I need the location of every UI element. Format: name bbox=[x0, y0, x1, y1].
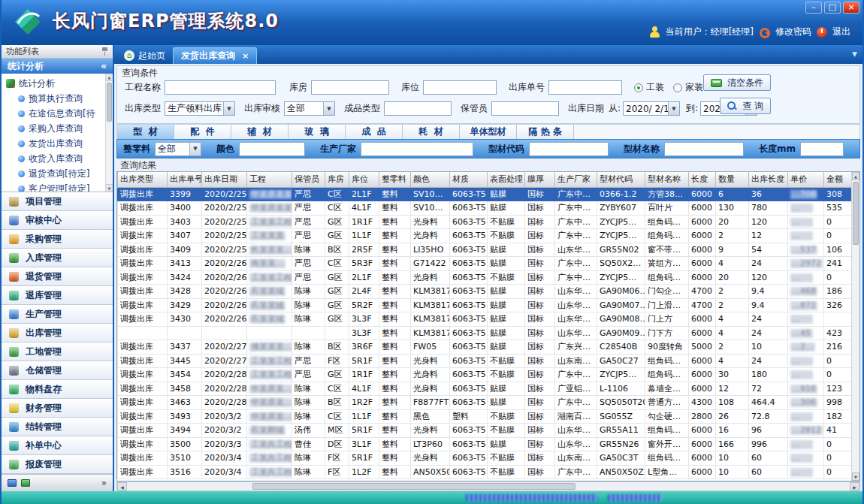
column-header[interactable]: 颜色 bbox=[411, 172, 450, 187]
column-header[interactable]: 材质 bbox=[450, 172, 488, 187]
logout-button[interactable]: 退出 bbox=[832, 26, 850, 38]
tab-close-icon[interactable]: × bbox=[242, 51, 249, 61]
tree-root-statistics[interactable]: 统计分析 bbox=[6, 76, 102, 91]
sidebar-section-statistics[interactable]: 统计分析 « bbox=[2, 59, 113, 74]
table-row[interactable]: 调拨出库35162020/3/4工某共工程陈琳F区1L2F整料AN50X5026… bbox=[118, 465, 858, 479]
scroll-left-icon[interactable]: ◀ bbox=[117, 482, 127, 490]
radio-jiazhuang[interactable] bbox=[673, 83, 682, 92]
order-no-input[interactable] bbox=[548, 80, 622, 95]
sidebar-module[interactable]: 结转管理 bbox=[2, 418, 113, 436]
tree-item[interactable]: 发货出库查询 bbox=[6, 136, 102, 151]
scroll-up-icon[interactable]: ▲ bbox=[852, 172, 859, 180]
sidebar-module[interactable]: 报废管理 bbox=[2, 455, 113, 474]
scroll-up-icon[interactable]: ▲ bbox=[106, 74, 113, 81]
column-header[interactable]: 出库类型 bbox=[118, 172, 168, 187]
radio-gongzhuang[interactable] bbox=[634, 83, 643, 92]
audit-select[interactable]: 全部▼ bbox=[284, 101, 335, 116]
table-row[interactable]: 调拨出库34942020/3/2石某辉城汤伟M区5R1F整料光身料6063-T5… bbox=[118, 424, 858, 438]
table-row[interactable]: 调拨出库34632020/2/28华某原某…陈琳B区1R2F整料F8877FT6… bbox=[118, 396, 858, 410]
profile-code-input[interactable] bbox=[529, 142, 609, 156]
warehouse-input[interactable] bbox=[311, 80, 389, 95]
table-row[interactable]: 调拨出库34242020/2/26工某某工程严思G区2L1F整料光身料6063-… bbox=[118, 270, 858, 285]
scroll-down-icon[interactable]: ▼ bbox=[106, 184, 113, 192]
project-name-input[interactable] bbox=[165, 80, 276, 95]
sidebar-module[interactable]: 入库管理 bbox=[2, 249, 113, 267]
column-header[interactable]: 数量 bbox=[716, 172, 749, 187]
material-tab[interactable]: 单体型材 bbox=[460, 125, 517, 139]
table-row[interactable]: 调拨出库34582020/2/28华某原某…陈琳C区4L1F整料光身料6063-… bbox=[118, 382, 858, 396]
tab-home[interactable]: ⌂ 起始页 bbox=[116, 47, 173, 64]
material-tab[interactable]: 玻 璃 bbox=[289, 125, 346, 139]
tree-item[interactable]: 收货入库查询 bbox=[6, 151, 102, 166]
sidebar-module[interactable]: 采购管理 bbox=[2, 230, 113, 249]
column-header[interactable]: 长度 bbox=[689, 172, 716, 187]
sidebar-module[interactable]: 退库管理 bbox=[2, 286, 113, 305]
table-row[interactable]: 调拨出库34452020/2/27工某某工程严思F区5R1F整料光身料6063-… bbox=[118, 354, 858, 368]
table-row[interactable]: 调拨出库34372020/2/27佛某某某…陈琳B区3R6F整料FW056063… bbox=[118, 340, 858, 355]
sidebar-module[interactable]: 补单中心 bbox=[2, 436, 113, 455]
sidebar-module[interactable]: 退货管理 bbox=[2, 267, 113, 286]
column-header[interactable]: 出库单号 bbox=[168, 172, 202, 187]
material-tab[interactable]: 耗 材 bbox=[403, 125, 460, 139]
close-button[interactable]: × bbox=[843, 2, 859, 14]
column-header[interactable]: 表面处理 bbox=[488, 172, 525, 187]
material-tab[interactable]: 配 件 bbox=[174, 125, 231, 139]
table-row[interactable]: 调拨出库33992020/2/25华某原某某严思C区2L1F整料SV10…606… bbox=[118, 187, 858, 201]
column-header[interactable]: 保管员 bbox=[292, 172, 325, 187]
column-header[interactable]: 生产厂家 bbox=[555, 172, 597, 187]
location-input[interactable] bbox=[423, 80, 497, 95]
material-tab[interactable]: 型 材 bbox=[117, 125, 174, 139]
chevron-right-icon[interactable]: » bbox=[101, 478, 107, 488]
sidebar-module[interactable]: 工地管理 bbox=[2, 343, 113, 361]
date-from-select[interactable]: 2020/ 2/16▼ bbox=[623, 101, 680, 116]
vertical-scroll-thumb[interactable] bbox=[853, 182, 859, 245]
table-row[interactable]: 调拨出库34072020/2/25工某某某严思G区1L1F整料光身料6063-T… bbox=[118, 229, 858, 243]
table-row[interactable]: 调拨出库34132020/2/26南某某…严思C区5R3F整料G71422606… bbox=[118, 257, 858, 271]
column-header[interactable]: 出库日期 bbox=[202, 172, 247, 187]
column-header[interactable]: 型材代码 bbox=[597, 172, 645, 187]
chart-icon[interactable] bbox=[21, 479, 30, 487]
column-header[interactable]: 型材名称 bbox=[645, 172, 689, 187]
color-input[interactable] bbox=[239, 142, 305, 156]
clear-conditions-button[interactable]: 清空条件 bbox=[703, 74, 771, 91]
table-row[interactable]: 调拨出库34292020/2/26石某某城陈琳G区5R2F整料KLM381760… bbox=[118, 298, 858, 312]
table-row[interactable]: 调拨出库34282020/2/26石某某城陈琳G区2L4F整料KLM381760… bbox=[118, 285, 858, 299]
tree-item[interactable]: 采购入库查询 bbox=[6, 121, 102, 136]
column-header[interactable]: 出库长度 bbox=[749, 172, 788, 187]
length-input[interactable] bbox=[800, 142, 844, 156]
tree-scroll-thumb[interactable] bbox=[107, 83, 112, 122]
column-header[interactable]: 单价 bbox=[788, 172, 824, 187]
change-password-link[interactable]: 修改密码 bbox=[775, 26, 811, 38]
table-row[interactable]: 调拨出库34002020/2/25华某原某某严思C区4L1F整料SV10…606… bbox=[118, 201, 858, 216]
vertical-scrollbar[interactable]: ▲ ▼ bbox=[851, 172, 859, 481]
material-tab[interactable]: 辅 材 bbox=[231, 125, 289, 139]
tree-scrollbar[interactable]: ▲ ▼ bbox=[105, 74, 113, 192]
table-row[interactable]: 调拨出库34092020/2/25长某某某…陈琳B区2R5F整料LI35HO60… bbox=[118, 243, 858, 257]
tree-item[interactable]: 预算执行查询 bbox=[6, 91, 102, 106]
tab-shipment-outbound-query[interactable]: 发货出库查询 × bbox=[173, 47, 257, 64]
scroll-right-icon[interactable]: ▶ bbox=[850, 482, 859, 490]
scroll-down-icon[interactable]: ▼ bbox=[852, 472, 859, 481]
table-row[interactable]: 调拨出库34302020/2/26石某某城陈琳G区3L3F整料KLM381760… bbox=[118, 312, 858, 327]
maximize-button[interactable]: □ bbox=[824, 2, 841, 14]
out-type-select[interactable]: 生产领料出库▼ bbox=[165, 101, 235, 116]
sidebar-module[interactable]: 出库管理 bbox=[2, 324, 113, 343]
collapse-icon[interactable]: « bbox=[101, 61, 107, 71]
product-type-input[interactable] bbox=[384, 101, 452, 116]
table-row[interactable]: 调拨出库35002020/3/3工某共工程曹佳D区3L1F整料LT3P60606… bbox=[118, 437, 858, 451]
sidebar-module[interactable]: 项目管理 bbox=[2, 192, 113, 211]
zhenglingliao-select[interactable]: 全部▼ bbox=[155, 142, 201, 156]
table-row[interactable]: 调拨出库34032020/2/25工某某工程严思G区1R1F整料光身料6063-… bbox=[118, 215, 858, 229]
profile-name-input[interactable] bbox=[664, 142, 744, 156]
sidebar-module[interactable]: 仓储管理 bbox=[2, 361, 113, 380]
keeper-input[interactable] bbox=[491, 101, 559, 116]
sidebar-module[interactable]: 物料盘存 bbox=[2, 380, 113, 399]
column-header[interactable]: 工程 bbox=[247, 172, 292, 187]
monitor-icon[interactable] bbox=[8, 479, 17, 487]
horizontal-scrollbar[interactable]: ◀ ▶ bbox=[116, 481, 860, 491]
table-row[interactable]: 调拨出库35102020/3/4工某共工程陈琳F区5R1F整料光身料6063-T… bbox=[118, 451, 858, 466]
sidebar-module[interactable]: 生产管理 bbox=[2, 305, 113, 324]
column-header[interactable]: 库房 bbox=[325, 172, 349, 187]
horizontal-scroll-thumb[interactable] bbox=[252, 483, 575, 490]
column-header[interactable]: 整零料 bbox=[379, 172, 411, 187]
